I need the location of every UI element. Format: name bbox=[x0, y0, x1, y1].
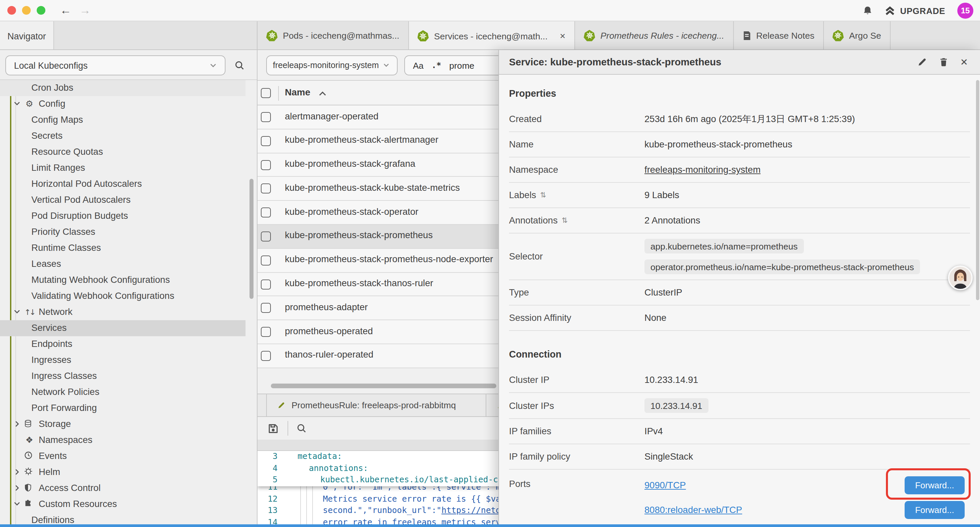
sidebar-item-leases[interactable]: Leases bbox=[0, 256, 257, 272]
sidebar-item-port-forwarding[interactable]: Port Forwarding bbox=[0, 400, 257, 416]
row-checkbox[interactable] bbox=[261, 351, 271, 361]
sidebar-item-limit-ranges[interactable]: Limit Ranges bbox=[0, 160, 257, 176]
database-icon bbox=[24, 419, 35, 430]
indent-guide bbox=[300, 505, 301, 517]
avatar[interactable] bbox=[948, 266, 973, 290]
row-checkbox[interactable] bbox=[261, 255, 271, 266]
sidebar-item-services[interactable]: Services bbox=[0, 320, 245, 336]
detail-label: Type bbox=[509, 288, 644, 298]
sidebar-item-runtime-classes[interactable]: Runtime Classes bbox=[0, 240, 257, 256]
row-checkbox[interactable] bbox=[261, 112, 271, 122]
row-checkbox[interactable] bbox=[261, 279, 271, 289]
minimize-window-button[interactable] bbox=[22, 6, 31, 15]
close-panel-button[interactable]: ✕ bbox=[960, 57, 968, 67]
window-controls[interactable] bbox=[7, 6, 45, 15]
sidebar-item-config[interactable]: ⚙Config bbox=[0, 96, 257, 112]
close-tab-icon[interactable]: ✕ bbox=[560, 32, 566, 40]
sidebar-item-secrets[interactable]: Secrets bbox=[0, 128, 257, 144]
sidebar-item-endpoints[interactable]: Endpoints bbox=[0, 336, 257, 352]
sidebar-item-helm[interactable]: Helm bbox=[0, 464, 257, 480]
row-checkbox[interactable] bbox=[261, 207, 271, 218]
match-case-toggle[interactable]: Aa bbox=[413, 61, 424, 70]
pencil-icon bbox=[277, 401, 286, 409]
detail-row-ip-family-policy: IP family policySingleStack bbox=[509, 444, 970, 470]
sidebar-item-mutating-webhook-configurations[interactable]: Mutating Webhook Configurations bbox=[0, 272, 257, 288]
maximize-window-button[interactable] bbox=[37, 6, 45, 15]
upgrade-label: UPGRADE bbox=[900, 6, 945, 16]
chevron-down-icon bbox=[13, 500, 21, 508]
sidebar-item-storage[interactable]: Storage bbox=[0, 416, 257, 432]
select-all-checkbox[interactable] bbox=[261, 88, 271, 98]
tab-services-icecheng-math[interactable]: Services - icecheng@math...✕ bbox=[409, 21, 575, 49]
row-checkbox[interactable] bbox=[261, 160, 271, 170]
sidebar-item-config-maps[interactable]: Config Maps bbox=[0, 112, 257, 128]
edit-button[interactable] bbox=[917, 57, 928, 67]
forward-button[interactable]: Forward... bbox=[905, 476, 965, 494]
indent-guide bbox=[306, 493, 307, 505]
sidebar-item-horizontal-pod-autoscalers[interactable]: Horizontal Pod Autoscalers bbox=[0, 176, 257, 192]
delete-button[interactable] bbox=[939, 57, 949, 67]
save-icon[interactable] bbox=[267, 423, 279, 434]
sidebar-item-events[interactable]: Events bbox=[0, 448, 257, 464]
sidebar-item-cron-jobs[interactable]: Cron Jobs bbox=[0, 80, 245, 96]
sort-toggle-icon[interactable]: ⇅ bbox=[562, 216, 568, 225]
navigator-tree: Cron Jobs⚙ConfigConfig MapsSecretsResour… bbox=[0, 80, 257, 527]
k8s-icon bbox=[832, 30, 844, 42]
close-window-button[interactable] bbox=[7, 6, 16, 15]
service-name: kube-prometheus-stack-operator bbox=[285, 207, 418, 217]
name-column-header[interactable]: Name bbox=[285, 87, 310, 97]
sidebar-item-label: Port Forwarding bbox=[31, 403, 97, 412]
sort-toggle-icon[interactable]: ⇅ bbox=[540, 191, 546, 199]
port-link[interactable]: 9090/TCP bbox=[644, 480, 686, 490]
sidebar-item-access-control[interactable]: Access Control bbox=[0, 480, 257, 496]
sidebar-item-ingresses[interactable]: Ingresses bbox=[0, 352, 257, 368]
tab-pods-icecheng-mathmas[interactable]: Pods - icecheng@mathmas... bbox=[258, 21, 409, 49]
back-arrow-icon[interactable]: ← bbox=[60, 5, 72, 16]
panel-scrollbar[interactable] bbox=[976, 80, 979, 300]
sidebar-item-network-policies[interactable]: Network Policies bbox=[0, 384, 257, 400]
notification-badge[interactable]: 15 bbox=[957, 3, 973, 19]
editor-tab-prometheusrule[interactable]: PrometheusRule: freeleaps-prod-rabbitmq bbox=[266, 394, 486, 416]
port-link[interactable]: 8080:reloader-web/TCP bbox=[644, 505, 742, 515]
sidebar-item-ingress-classes[interactable]: Ingress Classes bbox=[0, 368, 257, 384]
tab-release-notes[interactable]: Release Notes bbox=[733, 21, 824, 49]
row-checkbox[interactable] bbox=[261, 303, 271, 313]
sidebar-item-namespaces[interactable]: ❖Namespaces bbox=[0, 432, 257, 448]
detail-header: Service: kube-prometheus-stack-prometheu… bbox=[499, 50, 980, 75]
tab-argo-se[interactable]: Argo Se bbox=[824, 21, 891, 49]
namespace-select[interactable]: freeleaps-monitoring-system bbox=[266, 56, 398, 75]
horizontal-scrollbar[interactable] bbox=[271, 384, 496, 388]
row-checkbox[interactable] bbox=[261, 184, 271, 194]
tab-prometheus-rules-icecheng[interactable]: Prometheus Rules - icecheng... bbox=[575, 21, 733, 49]
detail-row-labels: Labels⇅9 Labels bbox=[509, 183, 970, 208]
kubeconfig-select[interactable]: Local Kubeconfigs bbox=[5, 56, 226, 75]
sidebar-search-button[interactable] bbox=[230, 56, 249, 75]
sidebar-item-vertical-pod-autoscalers[interactable]: Vertical Pod Autoscalers bbox=[0, 192, 257, 208]
namespace-link[interactable]: freeleaps-monitoring-system bbox=[644, 165, 760, 175]
bell-icon[interactable] bbox=[862, 5, 873, 16]
sidebar-item-pod-disruption-budgets[interactable]: Pod Disruption Budgets bbox=[0, 208, 257, 224]
value-chip: app.kubernetes.io/name=prometheus bbox=[644, 239, 803, 253]
tab-navigator[interactable]: Navigator bbox=[0, 21, 54, 50]
forward-arrow-icon[interactable]: → bbox=[80, 5, 91, 16]
sidebar-scrollbar[interactable] bbox=[250, 179, 253, 299]
detail-row-name: Namekube-prometheus-stack-prometheus bbox=[509, 132, 970, 158]
row-checkbox[interactable] bbox=[261, 136, 271, 146]
sidebar-item-validating-webhook-configurations[interactable]: Validating Webhook Configurations bbox=[0, 288, 257, 304]
row-checkbox[interactable] bbox=[261, 327, 271, 337]
detail-value: kube-prometheus-stack-prometheus bbox=[644, 139, 792, 150]
sidebar-item-resource-quotas[interactable]: Resource Quotas bbox=[0, 144, 257, 160]
upgrade-button[interactable]: UPGRADE bbox=[885, 6, 945, 16]
indent-guide bbox=[306, 517, 307, 524]
sidebar-item-network[interactable]: ↑↓Network bbox=[0, 304, 257, 320]
regex-toggle[interactable]: .* bbox=[432, 61, 441, 70]
sidebar-item-priority-classes[interactable]: Priority Classes bbox=[0, 224, 257, 240]
sidebar-item-custom-resources[interactable]: Custom Resources bbox=[0, 496, 257, 512]
k8s-icon bbox=[584, 30, 595, 42]
forward-button[interactable]: Forward... bbox=[905, 501, 965, 519]
detail-value: IPv4 bbox=[644, 426, 663, 436]
row-checkbox[interactable] bbox=[261, 231, 271, 242]
navigator-tab-label: Navigator bbox=[7, 31, 46, 41]
search-icon[interactable] bbox=[296, 423, 307, 434]
sort-ascending-icon[interactable] bbox=[319, 91, 326, 96]
